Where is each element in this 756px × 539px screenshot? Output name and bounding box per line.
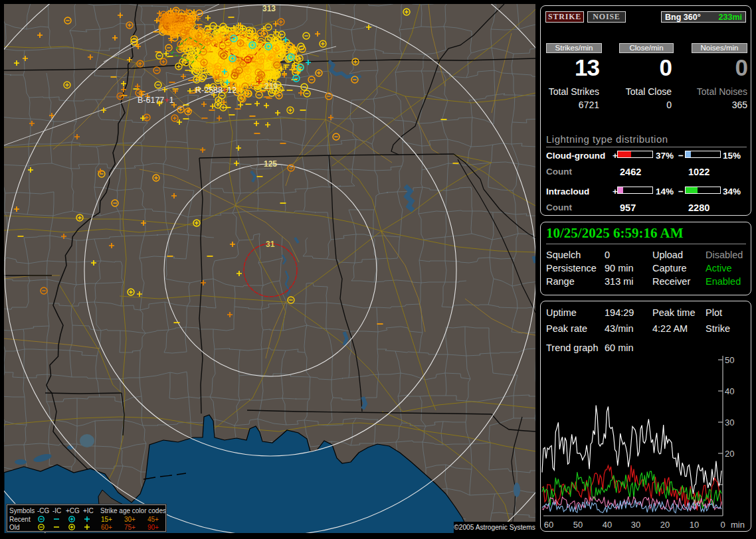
svg-text:219: 219 bbox=[264, 82, 278, 91]
svg-text:313: 313 bbox=[262, 4, 276, 13]
svg-text:Strike age color codes: Strike age color codes bbox=[100, 507, 165, 514]
svg-text:Recent: Recent bbox=[9, 516, 31, 523]
svg-text:125: 125 bbox=[264, 159, 277, 169]
svg-text:31: 31 bbox=[266, 240, 275, 249]
svg-text:45+: 45+ bbox=[147, 516, 159, 523]
svg-text:15+: 15+ bbox=[101, 516, 112, 523]
svg-text:Symbols: Symbols bbox=[9, 507, 35, 514]
svg-text:60+: 60+ bbox=[101, 524, 112, 531]
svg-text:Old: Old bbox=[9, 524, 20, 531]
svg-text:75+: 75+ bbox=[124, 524, 136, 531]
svg-text:B-6177+1: B-6177+1 bbox=[138, 96, 174, 105]
svg-text:+IC: +IC bbox=[83, 507, 94, 514]
svg-text:R-2588+12: R-2588+12 bbox=[195, 86, 236, 95]
svg-text:30+: 30+ bbox=[124, 516, 136, 523]
svg-text:-CG: -CG bbox=[37, 507, 50, 514]
svg-text:90+: 90+ bbox=[147, 524, 159, 531]
svg-text:-IC: -IC bbox=[52, 507, 61, 514]
svg-text:+CG: +CG bbox=[66, 507, 80, 514]
